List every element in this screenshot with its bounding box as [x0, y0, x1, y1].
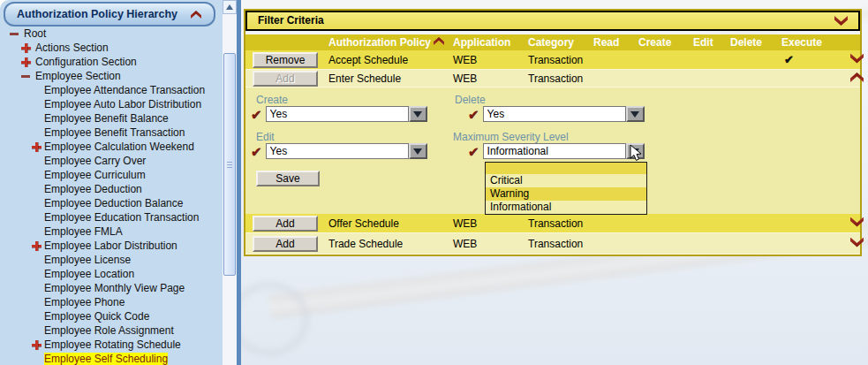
filter-criteria-title: Filter Criteria	[258, 14, 324, 27]
expand-row-icon[interactable]	[850, 217, 864, 227]
tree-item-employee-benefit-transaction[interactable]: Employee Benefit Transaction	[0, 125, 223, 140]
tree-item-label: Employee Auto Labor Distribution	[44, 98, 201, 110]
edit-label: Edit	[256, 131, 275, 143]
mouse-cursor-icon	[630, 144, 642, 163]
column-read[interactable]: Read	[588, 36, 633, 49]
severity-option-critical[interactable]: Critical	[486, 174, 646, 187]
column-edit[interactable]: Edit	[688, 36, 725, 49]
tree-item-employee-labor-distribution[interactable]: Employee Labor Distribution	[0, 239, 223, 253]
collapse-panel-icon[interactable]	[191, 11, 201, 19]
policy-edit-form: Create Delete Edit Maximum Severity Leve…	[245, 87, 860, 214]
tree-item-employee-monthly-view-page[interactable]: Employee Monthly View Page	[0, 281, 223, 295]
expand-node-icon[interactable]	[21, 43, 31, 53]
sidebar-header: Authorization Policy Hierarchy	[4, 2, 215, 27]
remove-button[interactable]: Remove	[253, 52, 318, 68]
tree-item-label: Employee Attendance Transaction	[44, 84, 205, 96]
column-category[interactable]: Category	[523, 36, 588, 49]
scrollbar-grip-icon	[227, 162, 232, 170]
cell-category: Transaction	[523, 54, 588, 66]
tree-item-configuration-section[interactable]: Configuration Section	[0, 55, 223, 69]
tree-item-label: Employee Deduction	[44, 183, 142, 195]
tree-item-employee-license[interactable]: Employee License	[0, 253, 223, 267]
cell-application: WEB	[448, 217, 523, 230]
tree-item-employee-carry-over[interactable]: Employee Carry Over	[0, 154, 223, 168]
filter-criteria-bar: Filter Criteria	[245, 11, 860, 31]
edit-check-icon: ✔	[251, 144, 262, 160]
cell-policy: Enter Schedule	[323, 72, 448, 85]
tree-item-employee-phone[interactable]: Employee Phone	[0, 295, 223, 309]
scrollbar-thumb[interactable]	[223, 53, 236, 276]
severity-option-warning[interactable]: Warning	[486, 187, 646, 201]
expand-node-icon[interactable]	[32, 340, 42, 350]
create-field[interactable]	[266, 106, 409, 122]
cell-policy: Offer Schedule	[323, 217, 448, 230]
tree-item-employee-fmla[interactable]: Employee FMLA	[0, 224, 223, 239]
tree-item-employee-calculation-weekend[interactable]: Employee Calculation Weekend	[0, 140, 223, 154]
tree-item-label: Employee Benefit Balance	[44, 112, 169, 125]
tree-item-employee-benefit-balance[interactable]: Employee Benefit Balance	[0, 111, 223, 125]
filter-criteria-panel: Filter Criteria Authorization Policy App…	[244, 9, 862, 256]
tree-item-employee-self-scheduling[interactable]: Employee Self Scheduling	[0, 352, 223, 365]
expand-node-icon[interactable]	[32, 241, 42, 251]
add-button[interactable]: Add	[253, 236, 318, 252]
expand-node-icon[interactable]	[32, 142, 42, 152]
delete-field[interactable]	[483, 106, 626, 122]
column-create[interactable]: Create	[633, 36, 688, 49]
tree-item-label: Root	[24, 27, 46, 40]
tree-item-label: Employee Rotating Schedule	[44, 338, 181, 351]
expand-row-icon[interactable]	[850, 238, 864, 247]
tree-item-label: Employee Monthly View Page	[44, 282, 185, 294]
tree-item-label: Employee FMLA	[44, 225, 123, 238]
tree-item-label: Employee Carry Over	[44, 155, 146, 167]
cell-category: Transaction	[523, 217, 588, 230]
collapse-node-icon[interactable]	[10, 33, 19, 35]
collapse-filter-icon[interactable]	[834, 16, 848, 26]
tree-item-employee-rotating-schedule[interactable]: Employee Rotating Schedule	[0, 338, 223, 352]
expand-row-icon[interactable]	[850, 54, 864, 64]
collapse-node-icon[interactable]	[21, 75, 30, 78]
edit-field[interactable]	[266, 143, 409, 159]
save-button[interactable]: Save	[256, 171, 320, 186]
add-button[interactable]: Add	[253, 216, 318, 232]
tree-item-actions-section[interactable]: Actions Section	[0, 41, 223, 55]
tree-item-employee-deduction-balance[interactable]: Employee Deduction Balance	[0, 196, 223, 210]
tree-item-label: Employee Location	[44, 268, 134, 280]
tree-item-employee-auto-labor-distribution[interactable]: Employee Auto Labor Distribution	[0, 97, 223, 111]
tree-item-employee-attendance-transaction[interactable]: Employee Attendance Transaction	[0, 83, 223, 97]
severity-option-informational[interactable]: Informational	[486, 201, 646, 214]
edit-dropdown-icon[interactable]	[409, 143, 427, 159]
tree-item-employee-location[interactable]: Employee Location	[0, 267, 223, 281]
delete-dropdown-icon[interactable]	[626, 106, 645, 122]
max-severity-field[interactable]	[483, 143, 626, 159]
scroll-up-icon[interactable]	[223, 0, 237, 14]
tree-item-label: Employee Deduction Balance	[44, 197, 183, 209]
add-button: Add	[253, 71, 318, 87]
tree-item-employee-role-assignment[interactable]: Employee Role Assignment	[0, 323, 223, 338]
cell-category: Transaction	[523, 72, 588, 85]
sidebar-scrollbar[interactable]	[223, 0, 237, 365]
tree-item-employee-deduction[interactable]: Employee Deduction	[0, 182, 223, 196]
column-application[interactable]: Application	[448, 36, 523, 49]
create-dropdown-icon[interactable]	[409, 106, 427, 122]
tree-item-employee-section[interactable]: Employee Section	[0, 69, 223, 83]
cell-application: WEB	[448, 72, 523, 85]
expand-node-icon[interactable]	[21, 57, 31, 67]
severity-option-blank[interactable]	[486, 163, 646, 174]
tree-item-employee-quick-code[interactable]: Employee Quick Code	[0, 309, 223, 323]
column-authorization-policy[interactable]: Authorization Policy	[323, 36, 448, 49]
tree-item-root[interactable]: Root	[0, 27, 223, 41]
tree-item-label: Employee Self Scheduling	[44, 353, 168, 365]
delete-label: Delete	[455, 94, 486, 106]
column-execute[interactable]: Execute	[776, 36, 841, 49]
tree-item-label: Employee Calculation Weekend	[44, 141, 194, 153]
collapse-row-icon[interactable]	[850, 72, 864, 82]
tree-item-employee-curriculum[interactable]: Employee Curriculum	[0, 168, 223, 182]
tree-item-label: Employee Phone	[44, 296, 125, 308]
cell-application: WEB	[448, 238, 523, 250]
tree-item-label: Employee Quick Code	[44, 310, 149, 323]
tree-item-label: Employee Role Assignment	[44, 324, 174, 337]
column-delete[interactable]: Delete	[725, 36, 776, 49]
tree-item-employee-education-transaction[interactable]: Employee Education Transaction	[0, 210, 223, 224]
table-row: Remove Accept Schedule WEB Transaction ✔	[245, 50, 860, 70]
policy-tree: RootActions SectionConfiguration Section…	[0, 27, 223, 365]
